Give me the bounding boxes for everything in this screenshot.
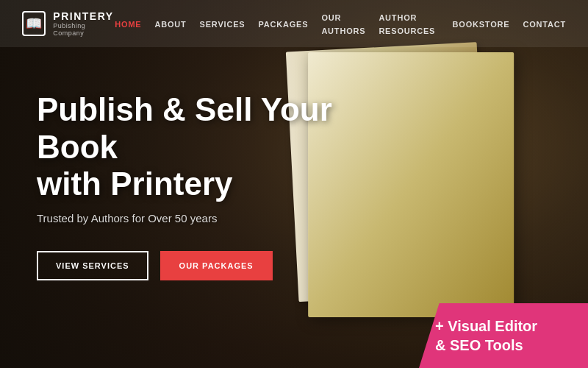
view-services-button[interactable]: View Services xyxy=(37,251,148,280)
nav-item-author-resources[interactable]: AUTHOR RESOURCES xyxy=(379,10,439,37)
nav-link-authors[interactable]: OUR AUTHORS xyxy=(321,13,365,35)
nav-item-bookstore[interactable]: BOOKSTORE xyxy=(453,17,510,30)
logo-name: PRINTERY xyxy=(53,10,115,22)
logo-subtitle: Pubishing Company xyxy=(53,22,115,37)
nav-link-packages[interactable]: PACKAGES xyxy=(258,20,308,29)
hero-content: Publish & Sell Your Book with Printery T… xyxy=(0,47,382,310)
nav-link-about[interactable]: ABOUT xyxy=(154,20,186,29)
hero-buttons: View Services Our Packages xyxy=(37,251,345,280)
badge-line1: + Visual Editor xyxy=(435,316,572,336)
logo-text: PRINTERY Pubishing Company xyxy=(53,10,115,37)
nav-item-contact[interactable]: CONTACT xyxy=(523,17,566,30)
logo-icon: 📖 xyxy=(22,11,46,36)
nav-item-about[interactable]: ABOUT xyxy=(154,17,186,30)
nav-link-home[interactable]: HOME xyxy=(115,20,141,29)
our-packages-button[interactable]: Our Packages xyxy=(160,251,273,280)
nav-item-packages[interactable]: PACKAGES xyxy=(258,17,308,30)
navbar: 📖 PRINTERY Pubishing Company HOME ABOUT … xyxy=(0,0,588,47)
nav-links: HOME ABOUT SERVICES PACKAGES OUR AUTHORS… xyxy=(115,10,566,37)
nav-link-bookstore[interactable]: BOOKSTORE xyxy=(453,20,510,29)
nav-item-services[interactable]: SERVICES xyxy=(200,17,245,30)
hero-title: Publish & Sell Your Book with Printery xyxy=(37,91,345,203)
nav-link-services[interactable]: SERVICES xyxy=(200,20,245,29)
hero-title-line1: Publish & Sell Your Book xyxy=(37,91,332,165)
hero-subtitle: Trusted by Authors for Over 50 years xyxy=(37,212,345,224)
nav-item-authors[interactable]: OUR AUTHORS xyxy=(321,10,365,37)
hero-title-line2: with Printery xyxy=(37,166,233,202)
badge-line2: & SEO Tools xyxy=(435,336,572,355)
nav-link-author-resources[interactable]: AUTHOR RESOURCES xyxy=(379,13,435,35)
promo-badge: + Visual Editor & SEO Tools xyxy=(419,303,588,368)
logo[interactable]: 📖 PRINTERY Pubishing Company xyxy=(22,10,115,37)
nav-item-home[interactable]: HOME xyxy=(115,17,141,30)
nav-link-contact[interactable]: CONTACT xyxy=(523,20,566,29)
